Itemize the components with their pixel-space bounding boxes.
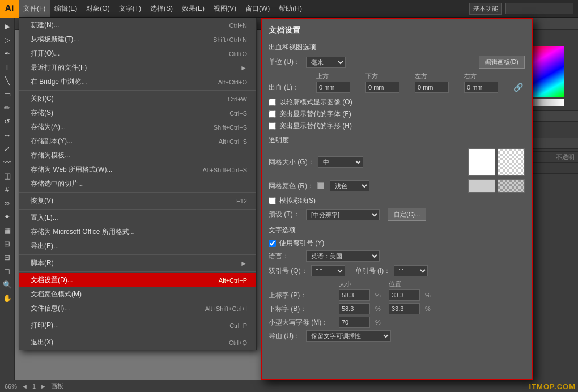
tool-graph[interactable]: ▦ xyxy=(1,224,14,236)
tool-type[interactable]: T xyxy=(1,61,14,73)
menu-scripts[interactable]: 脚本(R) ► xyxy=(19,256,256,270)
nav-prev[interactable]: ◄ xyxy=(22,383,28,390)
tool-direct-select[interactable]: ▷ xyxy=(1,33,14,46)
menu-scripts-arrow: ► xyxy=(240,259,247,267)
menu-close-label: 关闭(C) xyxy=(31,94,54,104)
tool-symbol[interactable]: ✦ xyxy=(1,210,14,223)
preset-select[interactable]: [中分辨率] [高分辨率] [低分辨率] xyxy=(306,209,380,220)
grid-color-swatch[interactable] xyxy=(317,182,324,189)
menu-close[interactable]: 关闭(C) Ctrl+W xyxy=(19,92,256,106)
smart-quotes-input[interactable] xyxy=(269,240,276,247)
menu-export[interactable]: 导出(E)... xyxy=(19,239,256,253)
menu-save-office[interactable]: 存储为 Microsoft Office 所用格式... xyxy=(19,225,256,239)
menu-new-from-template[interactable]: 从模板新建(T)... Shift+Ctrl+N xyxy=(19,32,256,46)
checkbox-outline-input[interactable] xyxy=(269,99,276,106)
menu-bridge-label: 在 Bridge 中浏览... xyxy=(31,77,87,87)
menu-save[interactable]: 存储(S) Ctrl+S xyxy=(19,106,256,120)
single-quote-label: 单引号 (I)： xyxy=(355,266,391,276)
menu-open[interactable]: 打开(O)... Ctrl+O xyxy=(19,46,256,61)
tool-gradient[interactable]: ◫ xyxy=(1,169,14,182)
menu-color-mode[interactable]: 文档颜色模式(M) xyxy=(19,287,256,301)
menu-scripts-label: 脚本(R) xyxy=(31,258,54,268)
tool-artboard[interactable]: ⊞ xyxy=(1,237,14,250)
tool-eraser[interactable]: ◻ xyxy=(1,265,14,277)
guide-row: 导山 (U)： 保留文字可调插性 xyxy=(269,330,525,342)
menu-window[interactable]: 窗口(W) xyxy=(241,0,274,17)
subscript-pos-input[interactable] xyxy=(389,303,420,314)
edit-canvas-btn[interactable]: 编辑画板(D) xyxy=(479,56,525,69)
simulate-paper-input[interactable] xyxy=(269,197,276,204)
unit-select[interactable]: 毫米 像素 英寸 厘米 点 xyxy=(306,57,346,68)
menu-save-slices[interactable]: 存储选中的切片... xyxy=(19,177,256,191)
tool-hand[interactable]: ✋ xyxy=(1,292,14,304)
tool-blend[interactable]: ∞ xyxy=(1,197,14,209)
simulate-paper-label: 模拟彩纸(S) xyxy=(279,196,316,206)
menu-effect[interactable]: 效果(E) xyxy=(177,0,209,17)
menu-help[interactable]: 帮助(H) xyxy=(274,0,307,17)
custom-btn[interactable]: 自定(C)... xyxy=(388,208,426,221)
sep5 xyxy=(19,271,256,272)
menu-revert[interactable]: 恢复(V) F12 xyxy=(19,194,256,208)
grid-size-select[interactable]: 中小大 xyxy=(318,156,363,168)
link-icon[interactable]: 🔗 xyxy=(513,83,525,92)
superscript-pos-input[interactable] xyxy=(389,289,420,301)
tool-line[interactable]: ╲ xyxy=(1,74,14,87)
bleed-label: 出血 (L)： xyxy=(269,83,314,92)
nav-next[interactable]: ► xyxy=(40,383,46,390)
tool-rect[interactable]: ▭ xyxy=(1,88,14,100)
tool-slice[interactable]: ⊟ xyxy=(1,251,14,263)
menu-bridge[interactable]: 在 Bridge 中浏览... Alt+Ctrl+O xyxy=(19,75,256,89)
bleed-left-input[interactable] xyxy=(415,82,449,93)
menu-file[interactable]: 文件(F) xyxy=(19,0,50,17)
grid-color-select[interactable]: 浅色深色 xyxy=(330,180,369,191)
menu-doc-setup[interactable]: 文档设置(D)... Alt+Ctrl+P xyxy=(19,273,256,287)
menu-bar: 文件(F) 编辑(E) 对象(O) 文字(T) 选择(S) 效果(E) 视图(V… xyxy=(19,0,469,17)
superscript-size-input[interactable] xyxy=(339,289,370,301)
checkbox-glyph-input[interactable] xyxy=(269,122,276,130)
grid-size-label: 网格大小 (G)： xyxy=(269,157,314,167)
menu-recent[interactable]: 最近打开的文件(F) ► xyxy=(19,61,256,75)
menu-place[interactable]: 置入(L)... xyxy=(19,211,256,225)
menu-save-template[interactable]: 存储为模板... xyxy=(19,148,256,163)
menu-save-as[interactable]: 存储为(A)... Shift+Ctrl+S xyxy=(19,120,256,134)
tool-warp[interactable]: 〰 xyxy=(1,156,14,168)
bleed-left-header: 左方 xyxy=(415,72,462,80)
tool-rotate[interactable]: ↺ xyxy=(1,115,14,127)
checkbox-font-input[interactable] xyxy=(269,110,276,118)
menu-object[interactable]: 对象(O) xyxy=(82,0,114,17)
tool-zoom[interactable]: 🔍 xyxy=(1,278,14,291)
top-bar-right: 基本功能 xyxy=(469,3,578,15)
menu-file-info[interactable]: 文件信息(I)... Alt+Shift+Ctrl+I xyxy=(19,301,256,316)
tool-mirror[interactable]: ↔ xyxy=(1,129,14,141)
small-caps-input[interactable] xyxy=(339,317,370,328)
top-bar: Ai 文件(F) 编辑(E) 对象(O) 文字(T) 选择(S) 效果(E) 视… xyxy=(0,0,578,18)
tool-mesh[interactable]: # xyxy=(1,183,14,195)
menu-edit[interactable]: 编辑(E) xyxy=(50,0,82,17)
guide-select[interactable]: 保留文字可调插性 xyxy=(306,330,391,342)
menu-save-web[interactable]: 存储为 Web 所用格式(W)... Alt+Shift+Ctrl+S xyxy=(19,163,256,177)
bleed-bottom-input[interactable] xyxy=(366,82,400,93)
tool-pen[interactable]: ✒ xyxy=(1,47,14,59)
tool-brush[interactable]: ✏ xyxy=(1,101,14,114)
menu-text[interactable]: 文字(T) xyxy=(114,0,146,17)
bleed-right-input[interactable] xyxy=(464,82,498,93)
white-preview xyxy=(468,148,495,176)
menu-new[interactable]: 新建(N)... Ctrl+N xyxy=(19,18,256,32)
menu-quit[interactable]: 退出(X) Ctrl+Q xyxy=(19,335,256,350)
double-quote-select[interactable]: " " xyxy=(311,265,345,276)
search-input[interactable] xyxy=(505,3,573,14)
tool-scale[interactable]: ⤢ xyxy=(1,142,14,155)
tool-select[interactable]: ▶ xyxy=(1,20,14,32)
menu-open-shortcut: Ctrl+O xyxy=(229,50,247,57)
menu-select[interactable]: 选择(S) xyxy=(146,0,177,17)
size-position-headers: 大小 位置 xyxy=(269,280,525,288)
menu-print[interactable]: 打印(P)... Ctrl+P xyxy=(19,318,256,333)
language-select[interactable]: 英语：美国 xyxy=(306,250,380,262)
sep6 xyxy=(19,317,256,317)
bleed-bottom-header: 下方 xyxy=(366,72,413,80)
single-quote-select[interactable]: ' ' xyxy=(394,265,428,276)
menu-view[interactable]: 视图(V) xyxy=(209,0,241,17)
subscript-size-input[interactable] xyxy=(339,303,370,314)
bleed-top-input[interactable] xyxy=(316,82,350,93)
menu-save-copy[interactable]: 存储副本(Y)... Alt+Ctrl+S xyxy=(19,134,256,148)
